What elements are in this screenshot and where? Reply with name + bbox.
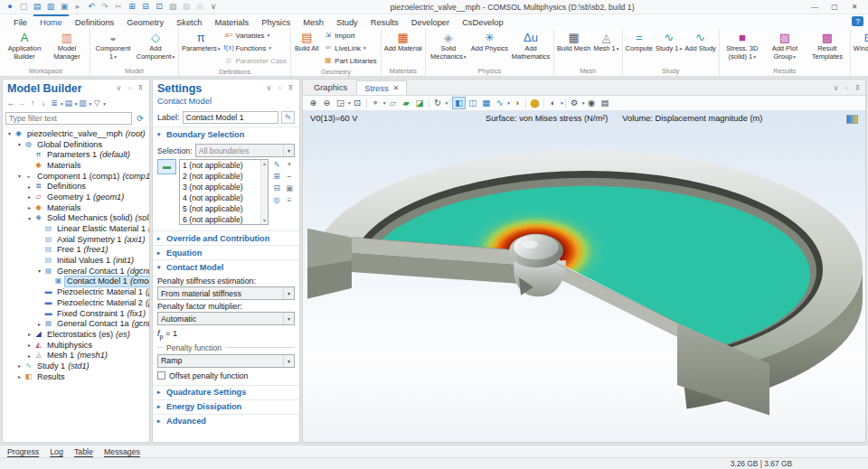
lock-view-icon[interactable]: ⬤ [528,97,542,109]
preview-icon[interactable]: ▣ [58,1,71,13]
ribbon-tab-geometry[interactable]: Geometry [120,14,170,28]
tree-item-solid-mechanics-solid[interactable]: ▾◈Solid Mechanics (solid)(solid) [3,213,149,224]
section-header[interactable]: ▸ Equation [153,246,299,259]
help-button[interactable]: ? [852,16,863,26]
tree-item-geometry-1[interactable]: ▸▱Geometry 1(geom1) [3,192,149,202]
boundary-list-item[interactable]: 2 (not applicable) [180,171,260,182]
tree-caret-icon[interactable]: ▾ [5,130,14,136]
tree-item-linear-elastic-material-1[interactable]: ▤Linear Elastic Material 1(lemm1) [3,223,149,234]
tree-item-study-1[interactable]: ▸∿Study 1(std1) [3,361,149,371]
add-selection-icon[interactable]: + [284,159,295,170]
tree-item-materials[interactable]: ▸◆Materials [3,202,149,213]
collapse-all-icon[interactable]: ≣ [49,98,60,109]
tree-item-materials[interactable]: ◆Materials [3,160,149,171]
rename-button[interactable]: ✎ [281,111,295,124]
ribbon-tab-file[interactable]: File [7,14,33,28]
ribbon-tab-sketch[interactable]: Sketch [170,14,208,28]
ribbon-tab-csdevelop[interactable]: CsDevelop [456,14,509,28]
boundary-list-item[interactable]: 1 (not applicable) [180,160,260,171]
tree-item-free-1[interactable]: ▤Free 1(free1) [3,245,149,256]
maximize-button[interactable]: ▢ [825,1,844,14]
selection-combo[interactable]: All boundaries ▾ [195,144,295,157]
zoom-in-icon[interactable]: ⊕ [307,97,320,109]
tree-item-definitions[interactable]: ▸≣Definitions [3,181,149,192]
ribbon-button-result-templates[interactable]: ▩Result Templates [807,29,848,61]
scene-settings-icon[interactable]: ⚙ [568,97,581,109]
multiplier-combo[interactable]: Automatic ▾ [157,312,295,325]
ribbon-button-add-physics[interactable]: ✳Add Physics [470,29,509,53]
expand-all-icon[interactable]: ▤ [63,98,74,109]
selection-list-icon[interactable]: ≡ [284,194,295,205]
tree-item-mesh-1[interactable]: ▸◬Mesh 1(mesh1) [3,350,149,361]
move-down-icon[interactable]: ↓ [38,98,49,109]
active-selection-toggle[interactable]: ▬ [157,159,176,174]
zoom-selection-icon[interactable]: ◎ [271,194,282,205]
ribbon-button-import[interactable]: ⇲Import [321,29,378,42]
zoom-extents-icon[interactable]: ⊡ [351,97,364,109]
undo-icon[interactable]: ↶ [85,1,98,13]
view-zx-icon[interactable]: ◪ [413,97,427,109]
refresh-icon[interactable]: ⟳ [134,113,146,125]
copy-selection-icon[interactable]: ⊞ [271,171,282,182]
tree-item-electrostatics-es[interactable]: ▸◢Electrostatics (es)(es) [3,329,149,340]
ribbon-button-mesh-1[interactable]: ◬Mesh 1▾ [592,29,619,53]
3d-model-view[interactable] [303,111,865,442]
ribbon-tab-developer[interactable]: Developer [405,14,456,28]
tree-item-results[interactable]: ▸◧Results [3,371,149,382]
ribbon-button-variables[interactable]: a=Variables▾ [222,29,289,42]
tree-caret-icon[interactable]: ▾ [15,141,24,147]
panel-menu-icon[interactable]: ∨ [115,84,123,92]
ribbon-tab-results[interactable]: Results [364,14,405,28]
ribbon-button-add-material[interactable]: ▦Add Material [383,29,423,53]
ribbon-button-windows[interactable]: ⊞Windows▾ [853,29,868,53]
tree-caret-icon[interactable]: ▾ [25,215,33,221]
tree-item-general-contact-1[interactable]: ▾▦General Contact 1(dgcnt1) [3,266,149,277]
ribbon-button-functions[interactable]: f(x)Functions▾ [222,42,289,54]
clear-selection-icon[interactable]: ▣ [284,183,295,193]
tree-item-axial-symmetry-1[interactable]: ▤Axial Symmetry 1(axi1) [3,234,149,245]
rotate-view-icon[interactable]: ↻ [431,97,445,109]
listbox-scrollbar[interactable]: ▲ ▼ [260,160,268,224]
compile-icon[interactable]: ▧ [180,1,193,13]
stiffness-combo[interactable]: From material stiffness ▾ [157,286,295,300]
tree-item-piezoelectric-material-1[interactable]: ▬Piezoelectric Material 1(pzm1) [3,286,149,297]
create-selection-icon[interactable]: ✎ [271,159,282,170]
tree-caret-icon[interactable]: ▸ [15,373,24,380]
redo-icon[interactable]: ↷ [99,1,111,13]
panel-pin-icon[interactable]: ⊼ [854,84,862,92]
tree-caret-icon[interactable]: ▸ [25,352,33,359]
ribbon-button-add-component[interactable]: ◇Add Component▾ [135,29,176,61]
print-icon[interactable]: ▤ [599,97,612,109]
ribbon-button-part-libraries[interactable]: ▦Part Libraries [321,54,378,67]
show-options-icon[interactable]: ▥ [78,98,89,109]
ribbon-button-livelink[interactable]: ∞LiveLink▾ [321,42,378,54]
ribbon-tab-materials[interactable]: Materials [208,14,255,28]
color-theme-icon[interactable]: ◐ [546,97,560,109]
panel-pin-icon[interactable]: ⊼ [137,84,145,92]
tree-item-global-definitions[interactable]: ▾◍Global Definitions [3,139,149,150]
section-header[interactable]: ▸ Quadrature Settings [153,386,299,399]
ribbon-tab-study[interactable]: Study [330,14,364,28]
close-button[interactable]: ✕ [844,1,864,14]
panel-pin-icon[interactable]: ⊼ [287,84,295,92]
view-xy-icon[interactable]: ▱ [386,97,400,109]
qat-menu-icon[interactable]: ∨ [207,1,220,13]
tree-caret-icon[interactable]: ▸ [25,183,33,190]
offset-penalty-checkbox[interactable] [157,371,165,380]
paste-selection-icon[interactable]: ⊟ [271,183,282,193]
section-header[interactable]: ▾ Boundary Selection [153,127,299,141]
app-logo-icon[interactable]: ● [4,1,16,13]
filter-icon[interactable]: ▽ [91,98,102,109]
ribbon-button-component-1[interactable]: ◒Component 1▾ [92,29,134,61]
boundary-list-item[interactable]: 3 (not applicable) [180,182,260,192]
tree-item-multiphysics[interactable]: ▸◭Multiphysics [3,340,149,351]
ribbon-button-model-manager[interactable]: ▥Model Manager [46,29,88,61]
close-tab-icon[interactable]: ✕ [393,84,400,92]
tree-item-fixed-constraint-1[interactable]: ▬Fixed Constraint 1(fix1) [3,308,149,319]
dock-tab-progress[interactable]: Progress [7,447,39,456]
dock-tab-table[interactable]: Table [74,447,93,456]
go-to-view-icon[interactable]: ⌖ [369,97,382,109]
tree-item-component-1-comp1[interactable]: ▾◒Component 1 (comp1)(comp1) [3,171,149,182]
paste-icon[interactable]: ⊟ [139,1,152,13]
dock-tab-log[interactable]: Log [50,447,63,456]
